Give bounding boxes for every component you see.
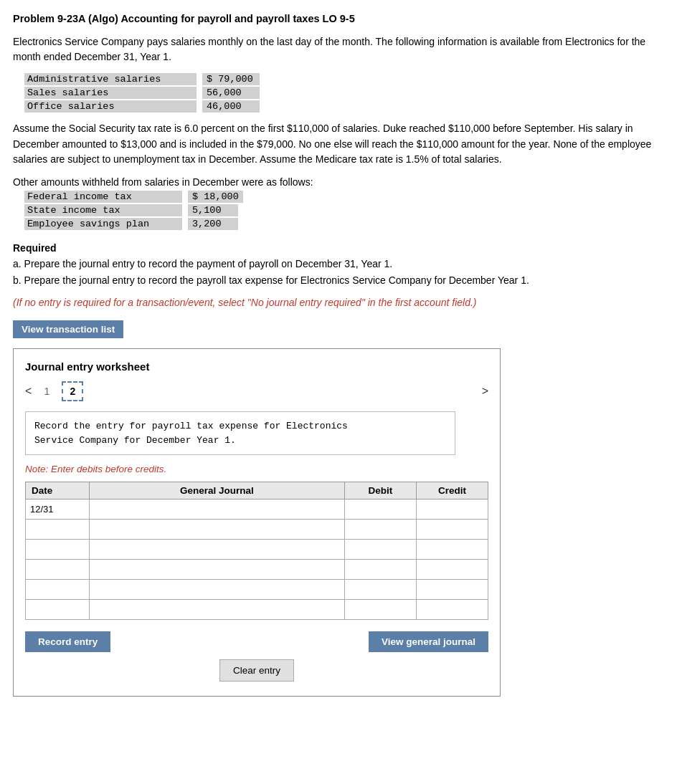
credit-cell-5[interactable] (416, 580, 488, 600)
debit-input-5[interactable] (349, 584, 412, 595)
table-row (26, 600, 488, 620)
credit-input-6[interactable] (421, 604, 483, 615)
credit-cell-3[interactable] (416, 540, 488, 560)
required-a: a. Prepare the journal entry to record t… (13, 258, 392, 269)
gj-input-5[interactable] (94, 584, 340, 595)
next-tab-arrow[interactable]: > (482, 385, 488, 398)
debit-cell-3[interactable] (344, 540, 416, 560)
withholding-row-2-value: 5,100 (188, 204, 238, 216)
debit-cell-6[interactable] (344, 600, 416, 620)
date-cell-2 (26, 520, 90, 540)
debit-cell-1[interactable] (344, 499, 416, 520)
view-transaction-button[interactable]: View transaction list (13, 320, 123, 338)
gj-cell-5[interactable] (89, 580, 344, 600)
table-row (26, 580, 488, 600)
journal-table: Date General Journal Debit Credit 12/31 (25, 482, 488, 620)
debit-input-4[interactable] (349, 564, 412, 575)
salary-row-2-value: 56,000 (202, 87, 260, 99)
salary-row-1-value: $ 79,000 (202, 73, 260, 85)
required-label: Required (13, 242, 57, 254)
date-cell-4 (26, 560, 90, 580)
intro-text: Electronics Service Company pays salarie… (13, 34, 664, 64)
col-header-debit: Debit (344, 482, 416, 499)
date-cell-6 (26, 600, 90, 620)
debit-cell-5[interactable] (344, 580, 416, 600)
withholding-table: Federal income tax $ 18,000 State income… (24, 191, 664, 230)
gj-input-2[interactable] (94, 524, 340, 535)
gj-cell-1[interactable] (89, 499, 344, 520)
salary-row-1-label: Administrative salaries (24, 73, 197, 85)
credit-cell-6[interactable] (416, 600, 488, 620)
note-text: Note: Enter debits before credits. (25, 464, 488, 474)
table-row (26, 520, 488, 540)
table-row (26, 540, 488, 560)
gj-cell-3[interactable] (89, 540, 344, 560)
debit-input-6[interactable] (349, 604, 412, 615)
credit-cell-4[interactable] (416, 560, 488, 580)
withholding-row-3-label: Employee savings plan (24, 218, 182, 230)
withholding-row-2-label: State income tax (24, 204, 182, 216)
withholding-row-1-value: $ 18,000 (188, 191, 243, 203)
credit-input-3[interactable] (421, 544, 483, 555)
debit-cell-2[interactable] (344, 520, 416, 540)
salary-table: Administrative salaries $ 79,000 Sales s… (24, 73, 664, 113)
orange-note: (If no entry is required for a transacti… (13, 295, 664, 310)
gj-cell-4[interactable] (89, 560, 344, 580)
credit-input-2[interactable] (421, 524, 483, 535)
tab-1[interactable]: 1 (36, 381, 57, 401)
clear-entry-button[interactable]: Clear entry (219, 659, 294, 682)
gj-input-3[interactable] (94, 544, 340, 555)
credit-cell-1[interactable] (416, 499, 488, 520)
gj-cell-6[interactable] (89, 600, 344, 620)
salary-row-2-label: Sales salaries (24, 87, 197, 99)
debit-input-1[interactable] (349, 504, 412, 515)
credit-input-4[interactable] (421, 564, 483, 575)
salary-row-3-value: 46,000 (202, 100, 260, 113)
col-header-general-journal: General Journal (89, 482, 344, 499)
instruction-box: Record the entry for payroll tax expense… (25, 411, 455, 455)
journal-worksheet-box: Journal entry worksheet < 1 2 > Record t… (13, 348, 501, 697)
gj-cell-2[interactable] (89, 520, 344, 540)
credit-input-1[interactable] (421, 504, 483, 515)
record-entry-button[interactable]: Record entry (25, 631, 110, 652)
required-section: Required a. Prepare the journal entry to… (13, 240, 664, 288)
salary-row-3-label: Office salaries (24, 100, 197, 113)
date-cell-1: 12/31 (26, 499, 90, 520)
debit-input-3[interactable] (349, 544, 412, 555)
gj-input-6[interactable] (94, 604, 340, 615)
credit-cell-2[interactable] (416, 520, 488, 540)
tab-nav: < 1 2 > (25, 381, 488, 401)
button-row-1: Record entry View general journal (25, 631, 488, 652)
withholding-row-1-label: Federal income tax (24, 191, 182, 203)
button-row-2: Clear entry (25, 659, 488, 682)
debit-cell-4[interactable] (344, 560, 416, 580)
debit-input-2[interactable] (349, 524, 412, 535)
journal-worksheet-title: Journal entry worksheet (25, 360, 488, 373)
assumption-text: Assume the Social Security tax rate is 6… (13, 121, 664, 168)
date-cell-5 (26, 580, 90, 600)
credit-input-5[interactable] (421, 584, 483, 595)
other-amounts-heading: Other amounts withheld from salaries in … (13, 176, 664, 188)
table-row: 12/31 (26, 499, 488, 520)
col-header-credit: Credit (416, 482, 488, 499)
tab-2[interactable]: 2 (62, 381, 83, 401)
gj-input-4[interactable] (94, 564, 340, 575)
gj-input-1[interactable] (94, 504, 340, 515)
col-header-date: Date (26, 482, 90, 499)
withholding-row-3-value: 3,200 (188, 218, 238, 230)
table-row (26, 560, 488, 580)
prev-tab-arrow[interactable]: < (25, 385, 32, 398)
problem-title: Problem 9-23A (Algo) Accounting for payr… (13, 13, 664, 24)
view-general-journal-button[interactable]: View general journal (369, 631, 488, 652)
date-cell-3 (26, 540, 90, 560)
instruction-text: Record the entry for payroll tax expense… (34, 421, 348, 446)
required-b: b. Prepare the journal entry to record t… (13, 274, 529, 286)
